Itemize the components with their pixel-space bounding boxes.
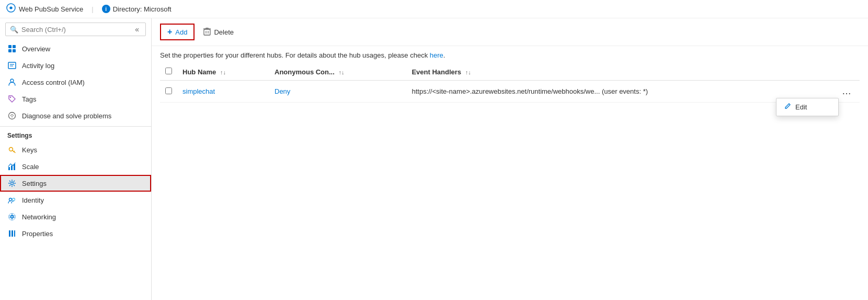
- svg-rect-3: [13, 45, 16, 48]
- anon-connect-value: Deny: [275, 87, 290, 95]
- sidebar-scale-label: Scale: [22, 163, 39, 171]
- svg-rect-23: [9, 230, 10, 237]
- service-name: Web PubSub Service: [6, 3, 83, 15]
- plus-icon: +: [167, 27, 172, 37]
- description-text: Set the properties for your different hu…: [152, 46, 868, 63]
- svg-rect-15: [11, 165, 13, 170]
- settings-section-label: Settings: [0, 126, 151, 141]
- event-handlers-header[interactable]: Event Handlers ↑↓: [406, 63, 828, 81]
- hub-name-cell: simplechat: [177, 81, 269, 103]
- delete-button[interactable]: Delete: [197, 24, 241, 40]
- properties-icon: [7, 229, 17, 238]
- sidebar-item-scale[interactable]: Scale: [0, 158, 151, 175]
- add-button[interactable]: + Add: [160, 24, 195, 40]
- settings-icon: [7, 179, 17, 188]
- row-more-button[interactable]: …: [839, 85, 854, 98]
- sidebar-item-overview[interactable]: Overview: [0, 40, 151, 57]
- hub-name-sort-icon: ↑↓: [220, 69, 226, 75]
- svg-rect-2: [8, 45, 12, 48]
- svg-rect-5: [13, 49, 16, 52]
- hubs-table-container: Hub Name ↑↓ Anonymous Con... ↑↓ Event Ha…: [152, 63, 868, 103]
- delete-label: Delete: [214, 28, 234, 36]
- search-box[interactable]: 🔍 «: [5, 23, 146, 36]
- svg-rect-25: [14, 230, 15, 237]
- main-layout: 🔍 « Overview: [0, 18, 868, 300]
- svg-point-9: [10, 79, 14, 82]
- content-area: + Add Delete Set the properties for: [152, 18, 868, 300]
- sidebar-item-identity[interactable]: Identity: [0, 192, 151, 208]
- context-menu: Edit: [776, 98, 839, 116]
- anon-connect-header[interactable]: Anonymous Con... ↑↓: [269, 63, 406, 81]
- event-handlers-sort-icon: ↑↓: [465, 69, 471, 75]
- svg-rect-24: [12, 230, 13, 237]
- activity-log-icon: [7, 61, 17, 70]
- service-label: Web PubSub Service: [19, 5, 83, 13]
- identity-icon: [7, 195, 17, 205]
- sidebar-activity-label: Activity log: [22, 62, 54, 70]
- hub-name-header[interactable]: Hub Name ↑↓: [177, 63, 269, 81]
- sidebar-item-properties[interactable]: Properties: [0, 225, 151, 242]
- sidebar-access-label: Access control (IAM): [22, 79, 85, 86]
- sidebar-item-tags[interactable]: Tags: [0, 91, 151, 107]
- add-label: Add: [175, 28, 187, 36]
- access-control-icon: [7, 77, 17, 87]
- sidebar-networking-label: Networking: [22, 213, 56, 221]
- description-main: Set the properties for your different hu…: [160, 51, 430, 59]
- sidebar-properties-label: Properties: [22, 230, 53, 238]
- sidebar-item-access-control[interactable]: Access control (IAM): [0, 74, 151, 91]
- search-icon: 🔍: [10, 26, 18, 34]
- anon-connect-label: Anonymous Con...: [275, 68, 335, 76]
- context-menu-edit[interactable]: Edit: [776, 98, 838, 116]
- row-checkbox[interactable]: [165, 87, 172, 94]
- top-bar: Web PubSub Service | i Directory: Micros…: [0, 0, 868, 18]
- search-input[interactable]: [21, 26, 130, 34]
- networking-icon: [7, 212, 17, 221]
- sidebar-item-activity-log[interactable]: Activity log: [0, 57, 151, 74]
- toolbar: + Add Delete: [152, 18, 868, 46]
- hub-name-label: Hub Name: [182, 68, 216, 76]
- collapse-sidebar-button[interactable]: «: [133, 25, 141, 34]
- sidebar-overview-label: Overview: [22, 45, 50, 53]
- row-actions-cell: … Edit: [828, 81, 860, 103]
- service-icon: [6, 3, 16, 15]
- sidebar-item-settings[interactable]: Settings: [0, 175, 151, 192]
- description-link[interactable]: here: [430, 51, 443, 59]
- sidebar-item-networking[interactable]: Networking: [0, 208, 151, 225]
- anon-connect-sort-icon: ↑↓: [338, 69, 344, 75]
- table-row: simplechat Deny https://<site-name>.azur…: [160, 81, 860, 103]
- directory-label: Directory: Microsoft: [113, 5, 172, 13]
- sidebar-diagnose-label: Diagnose and solve problems: [22, 112, 111, 120]
- sidebar-keys-label: Keys: [22, 146, 37, 154]
- sidebar-identity-label: Identity: [22, 196, 44, 204]
- hubs-table: Hub Name ↑↓ Anonymous Con... ↑↓ Event Ha…: [160, 63, 860, 103]
- svg-point-19: [13, 198, 15, 201]
- trash-icon: [203, 27, 211, 37]
- actions-header: [828, 63, 860, 81]
- sidebar-item-diagnose[interactable]: Diagnose and solve problems: [0, 107, 151, 124]
- table-header-row: Hub Name ↑↓ Anonymous Con... ↑↓ Event Ha…: [160, 63, 860, 81]
- hub-name-link[interactable]: simplechat: [182, 87, 215, 95]
- diagnose-icon: [7, 111, 17, 120]
- svg-point-17: [11, 182, 14, 185]
- divider: |: [92, 5, 93, 13]
- anon-connect-cell: Deny: [269, 81, 406, 103]
- svg-point-18: [9, 198, 12, 201]
- svg-point-12: [12, 116, 13, 117]
- svg-point-1: [10, 7, 13, 9]
- select-all-checkbox[interactable]: [165, 68, 172, 74]
- keys-icon: [7, 145, 17, 154]
- event-handlers-value: https://<site-name>.azurewebsites.net/ru…: [412, 87, 648, 95]
- sidebar-tags-label: Tags: [22, 95, 36, 103]
- sidebar-item-keys[interactable]: Keys: [0, 141, 151, 158]
- svg-rect-14: [8, 167, 10, 170]
- directory-info: i Directory: Microsoft: [102, 5, 172, 13]
- svg-point-11: [9, 113, 16, 119]
- sidebar: 🔍 « Overview: [0, 18, 152, 300]
- overview-icon: [7, 44, 17, 53]
- scale-icon: [7, 162, 17, 171]
- sidebar-settings-label: Settings: [22, 180, 47, 187]
- svg-rect-6: [8, 62, 16, 69]
- select-all-cell: [160, 63, 177, 81]
- tags-icon: [7, 94, 17, 104]
- edit-label: Edit: [795, 103, 807, 111]
